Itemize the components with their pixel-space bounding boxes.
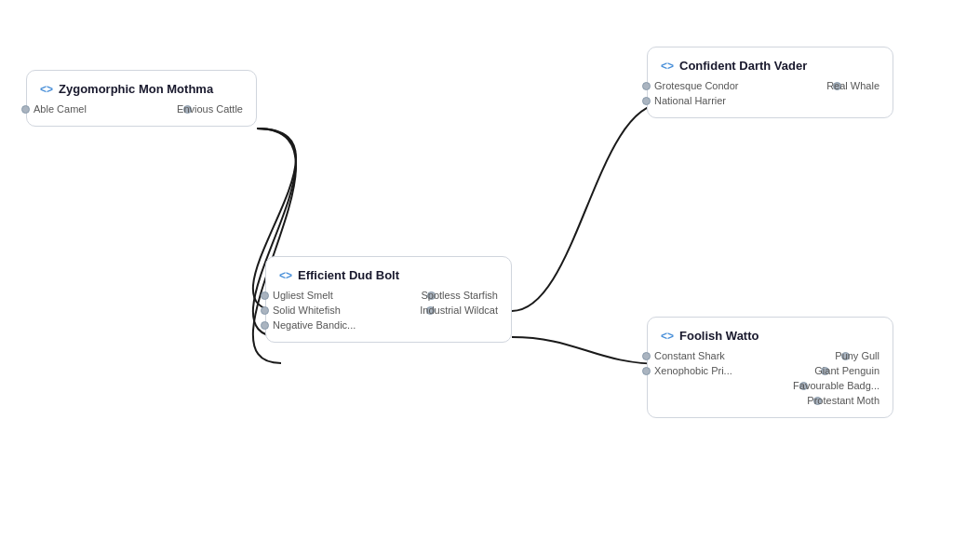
canvas: <> Zygomorphic Mon Mothma Able Camel Env… bbox=[0, 0, 980, 555]
port-grotesque-condor[interactable]: Grotesque Condor bbox=[661, 80, 767, 91]
port-ugliest-smelt[interactable]: Ugliest Smelt bbox=[279, 290, 385, 301]
node-efficient[interactable]: <> Efficient Dud Bolt Ugliest Smelt Spot… bbox=[265, 256, 512, 343]
port-real-whale[interactable]: Real Whale bbox=[774, 80, 880, 91]
port-dot bbox=[642, 97, 651, 105]
code-icon: <> bbox=[661, 60, 674, 73]
port-negative-bandic[interactable]: Negative Bandic... bbox=[279, 319, 385, 331]
ports-zygomorphic: Able Camel Envious Cattle bbox=[40, 103, 243, 115]
port-giant-penguin[interactable]: Giant Penguin bbox=[774, 365, 880, 376]
port-solid-whitefish[interactable]: Solid Whitefish bbox=[279, 305, 385, 316]
port-industrial-wildcat[interactable]: Industrial Wildcat bbox=[393, 305, 499, 316]
port-national-harrier[interactable]: National Harrier bbox=[661, 95, 767, 106]
port-able-camel[interactable]: Able Camel bbox=[40, 103, 138, 115]
node-title-foolish: <> Foolish Watto bbox=[661, 329, 879, 343]
port-envious-cattle[interactable]: Envious Cattle bbox=[145, 103, 243, 115]
node-confident[interactable]: <> Confident Darth Vader Grotesque Condo… bbox=[647, 47, 893, 118]
port-dot bbox=[642, 352, 651, 360]
port-xenophobic-pri[interactable]: Xenophobic Pri... bbox=[661, 365, 767, 376]
port-dot bbox=[261, 306, 269, 315]
port-dot bbox=[261, 291, 269, 300]
code-icon: <> bbox=[279, 269, 292, 282]
port-constant-shark[interactable]: Constant Shark bbox=[661, 350, 767, 361]
code-icon: <> bbox=[661, 330, 674, 343]
port-spotless-starfish[interactable]: Spotless Starfish bbox=[393, 290, 499, 301]
ports-confident: Grotesque Condor Real Whale National Har… bbox=[661, 80, 879, 106]
node-title-confident: <> Confident Darth Vader bbox=[661, 59, 879, 73]
port-protestant-moth[interactable]: Protestant Moth bbox=[774, 395, 880, 406]
port-dot bbox=[21, 105, 30, 114]
node-title-zygomorphic: <> Zygomorphic Mon Mothma bbox=[40, 82, 243, 96]
port-dot bbox=[261, 321, 269, 330]
ports-foolish: Constant Shark Puny Gull Xenophobic Pri.… bbox=[661, 350, 879, 406]
port-favourable-badg[interactable]: Favourable Badg... bbox=[774, 380, 880, 391]
code-icon: <> bbox=[40, 83, 53, 96]
port-dot bbox=[642, 367, 651, 375]
node-foolish[interactable]: <> Foolish Watto Constant Shark Puny Gul… bbox=[647, 317, 893, 418]
node-zygomorphic[interactable]: <> Zygomorphic Mon Mothma Able Camel Env… bbox=[26, 70, 257, 127]
ports-efficient: Ugliest Smelt Spotless Starfish Solid Wh… bbox=[279, 290, 498, 331]
node-title-efficient: <> Efficient Dud Bolt bbox=[279, 268, 498, 282]
port-puny-gull[interactable]: Puny Gull bbox=[774, 350, 880, 361]
port-dot bbox=[642, 82, 651, 90]
